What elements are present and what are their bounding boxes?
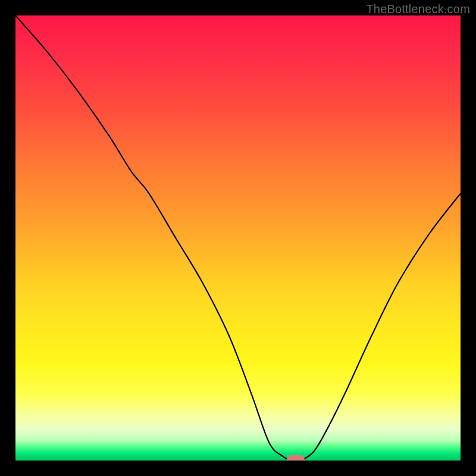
- optimal-marker: [287, 455, 305, 461]
- curve-path: [15, 15, 461, 461]
- chart-frame: TheBottleneck.com: [0, 0, 476, 476]
- watermark-text: TheBottleneck.com: [366, 2, 470, 16]
- bottleneck-curve: [15, 15, 461, 461]
- plot-area: [15, 15, 461, 461]
